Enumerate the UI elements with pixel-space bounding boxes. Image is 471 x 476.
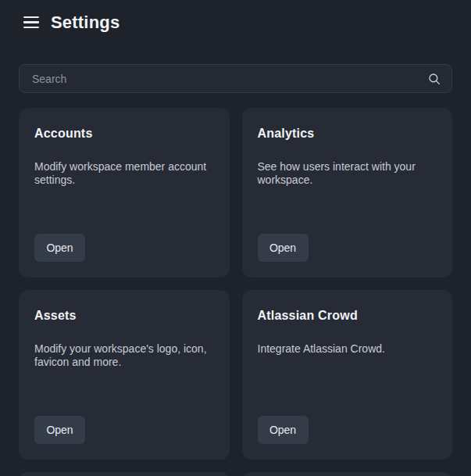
settings-card-partial: [19, 472, 230, 476]
app-header: Settings: [0, 0, 471, 34]
settings-card: Atlassian Crowd Integrate Atlassian Crow…: [242, 290, 453, 460]
search-bar: [19, 64, 452, 93]
card-open-button[interactable]: Open: [258, 234, 309, 262]
card-title: Atlassian Crowd: [258, 309, 437, 323]
settings-card: Analytics See how users interact with yo…: [242, 108, 453, 277]
card-title: Assets: [34, 309, 214, 323]
hamburger-bar: [23, 27, 39, 29]
settings-card: Accounts Modify workspace member account…: [19, 108, 230, 277]
card-title: Analytics: [258, 127, 437, 141]
hamburger-bar: [23, 16, 39, 19]
hamburger-bar: [23, 21, 39, 23]
settings-card-partial: [242, 472, 453, 476]
card-description: Integrate Atlassian Crowd.: [258, 342, 437, 356]
settings-cards-grid: Accounts Modify workspace member account…: [19, 108, 452, 476]
card-open-button[interactable]: Open: [258, 416, 309, 444]
card-open-button[interactable]: Open: [34, 234, 85, 262]
hamburger-menu-icon[interactable]: [23, 15, 39, 30]
card-description: Modify workspace member account settings…: [34, 160, 214, 187]
search-input[interactable]: [19, 64, 452, 93]
card-open-button[interactable]: Open: [34, 416, 85, 444]
settings-card: Assets Modify your workspace's logo, ico…: [19, 290, 230, 460]
page-title: Settings: [51, 13, 120, 33]
card-description: See how users interact with your workspa…: [258, 160, 437, 187]
card-title: Accounts: [34, 127, 214, 141]
card-description: Modify your workspace's logo, icon, favi…: [34, 342, 214, 369]
